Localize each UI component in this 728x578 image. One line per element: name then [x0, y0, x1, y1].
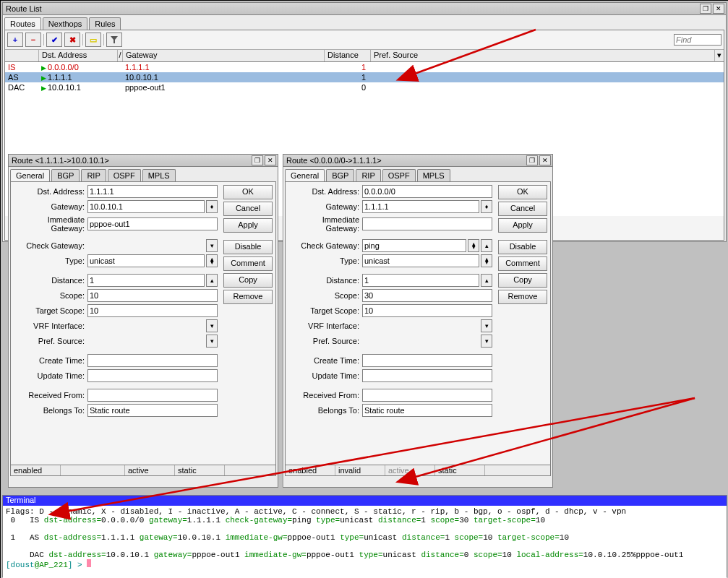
- terminal-title[interactable]: Terminal: [3, 496, 727, 506]
- col-gateway[interactable]: Gateway: [123, 50, 325, 61]
- type-select[interactable]: unicast: [87, 254, 205, 267]
- ok-button[interactable]: OK: [498, 185, 547, 199]
- route2-titlebar[interactable]: Route <0.0.0.0/0->1.1.1.1> ❐ ✕: [283, 155, 552, 167]
- tab-bgp[interactable]: BGP: [51, 169, 80, 181]
- col-dst[interactable]: Dst. Address: [39, 50, 118, 61]
- received-from: [87, 389, 218, 402]
- disable-button[interactable]: Disable: [223, 240, 273, 254]
- distance-input[interactable]: 1: [362, 274, 479, 287]
- check-gateway-dropdown-icon[interactable]: ⧫: [468, 239, 479, 252]
- cursor-icon: [87, 559, 91, 567]
- distance-toggle-icon[interactable]: ▴: [206, 274, 218, 287]
- scope-input[interactable]: 30: [362, 289, 492, 302]
- update-time: [87, 369, 218, 382]
- tab-nexthops[interactable]: Nexthops: [43, 17, 87, 30]
- distance-toggle-icon[interactable]: ▴: [481, 274, 492, 287]
- type-dropdown-icon[interactable]: ⧫: [206, 254, 218, 267]
- ok-button[interactable]: OK: [223, 185, 273, 199]
- col-prefsource[interactable]: Pref. Source: [371, 50, 724, 61]
- route-icon: ▶: [41, 85, 46, 92]
- copy-button[interactable]: Copy: [223, 273, 273, 288]
- col-distance[interactable]: Distance: [325, 50, 371, 61]
- tab-mpls[interactable]: MPLS: [142, 169, 176, 181]
- restore-button[interactable]: ❐: [700, 4, 711, 14]
- create-time: [362, 354, 492, 367]
- remove-button[interactable]: Remove: [223, 290, 273, 304]
- tab-ospf[interactable]: OSPF: [382, 169, 416, 181]
- disable-button[interactable]: ✖: [64, 33, 80, 47]
- status-active: active: [125, 465, 175, 475]
- comment-button[interactable]: ▭: [85, 33, 101, 47]
- check-gateway-expand-icon[interactable]: ▾: [206, 239, 218, 252]
- target-scope-input[interactable]: 10: [87, 304, 218, 317]
- check-gateway-toggle-icon[interactable]: ▴: [481, 239, 492, 252]
- table-row[interactable]: IS ▶0.0.0.0/0 1.1.1.1 1: [5, 62, 724, 72]
- col-menu-button[interactable]: ▾: [714, 50, 724, 62]
- close-button[interactable]: ✕: [265, 155, 276, 165]
- pref-expand-icon[interactable]: ▾: [481, 335, 492, 348]
- update-time: [362, 369, 492, 382]
- status-static: static: [175, 465, 225, 475]
- belongs-to: Static route: [362, 404, 492, 417]
- immediate-gateway: pppoe-out1: [87, 217, 218, 230]
- cancel-button[interactable]: Cancel: [498, 202, 547, 216]
- apply-button[interactable]: Apply: [498, 218, 547, 233]
- find-input[interactable]: [674, 34, 721, 46]
- add-button[interactable]: +: [7, 33, 23, 47]
- terminal-window: Terminal Flags: D - dynamic, X - disable…: [2, 495, 727, 577]
- tab-routes[interactable]: Routes: [4, 17, 41, 30]
- scope-input[interactable]: 10: [87, 289, 218, 302]
- gateway-expand-icon[interactable]: ♦: [206, 200, 218, 213]
- gateway-expand-icon[interactable]: ♦: [481, 200, 492, 213]
- route1-titlebar[interactable]: Route <1.1.1.1->10.0.10.1> ❐ ✕: [9, 155, 278, 167]
- gateway-input[interactable]: 10.0.10.1: [87, 200, 205, 213]
- route2-title: Route <0.0.0.0/0->1.1.1.1>: [285, 156, 525, 165]
- tab-bgp[interactable]: BGP: [326, 169, 354, 181]
- check-gateway-select[interactable]: ping: [362, 239, 466, 252]
- tab-general[interactable]: General: [285, 169, 325, 181]
- col-flags[interactable]: [5, 50, 39, 61]
- comment-button[interactable]: Comment: [223, 256, 273, 271]
- tab-general[interactable]: General: [10, 169, 50, 181]
- pref-expand-icon[interactable]: ▾: [206, 335, 218, 348]
- route-detail-2: Route <0.0.0.0/0->1.1.1.1> ❐ ✕ General B…: [283, 154, 553, 488]
- route-list-tabs: Routes Nexthops Rules: [3, 15, 726, 30]
- table-row[interactable]: AS ▶1.1.1.1 10.0.10.1 1: [5, 72, 724, 82]
- tab-rip[interactable]: RIP: [356, 169, 380, 181]
- cancel-button[interactable]: Cancel: [223, 202, 273, 216]
- comment-button[interactable]: Comment: [498, 256, 547, 271]
- tab-rip[interactable]: RIP: [81, 169, 106, 181]
- toolbar: + − ✔ ✖ ▭: [5, 30, 724, 50]
- tab-ospf[interactable]: OSPF: [108, 169, 141, 181]
- disable-button[interactable]: Disable: [498, 240, 547, 254]
- route-list-titlebar[interactable]: Route List ❐ ✕: [3, 3, 726, 15]
- copy-button[interactable]: Copy: [498, 273, 547, 288]
- dst-address-input[interactable]: 1.1.1.1: [87, 185, 218, 198]
- distance-input[interactable]: 1: [87, 274, 205, 287]
- route-detail-1: Route <1.1.1.1->10.0.10.1> ❐ ✕ General B…: [8, 154, 278, 488]
- create-time: [87, 354, 218, 367]
- restore-button[interactable]: ❐: [526, 155, 538, 165]
- table-row[interactable]: DAC ▶10.0.10.1 pppoe-out1 0: [5, 82, 724, 92]
- type-dropdown-icon[interactable]: ⧫: [481, 254, 492, 267]
- apply-button[interactable]: Apply: [223, 218, 273, 233]
- remove-button[interactable]: Remove: [498, 290, 547, 304]
- restore-button[interactable]: ❐: [252, 155, 263, 165]
- terminal-body[interactable]: Flags: D - dynamic, X - disabled, I - in…: [3, 506, 727, 578]
- route1-title: Route <1.1.1.1->10.0.10.1>: [10, 156, 250, 165]
- filter-icon[interactable]: [106, 33, 122, 47]
- vrf-expand-icon[interactable]: ▾: [206, 319, 218, 332]
- gateway-input[interactable]: 1.1.1.1: [362, 200, 479, 213]
- target-scope-input[interactable]: 10: [362, 304, 492, 317]
- tab-mpls[interactable]: MPLS: [417, 169, 450, 181]
- col-sort[interactable]: /: [118, 50, 123, 61]
- type-select[interactable]: unicast: [362, 254, 479, 267]
- enable-button[interactable]: ✔: [46, 33, 62, 47]
- remove-button[interactable]: −: [25, 33, 41, 47]
- close-button[interactable]: ✕: [713, 4, 724, 14]
- tab-rules[interactable]: Rules: [89, 17, 121, 30]
- vrf-expand-icon[interactable]: ▾: [481, 319, 492, 332]
- dst-address-input[interactable]: 0.0.0.0/0: [362, 185, 492, 198]
- close-button[interactable]: ✕: [539, 155, 551, 165]
- status-invalid: invalid: [335, 465, 385, 475]
